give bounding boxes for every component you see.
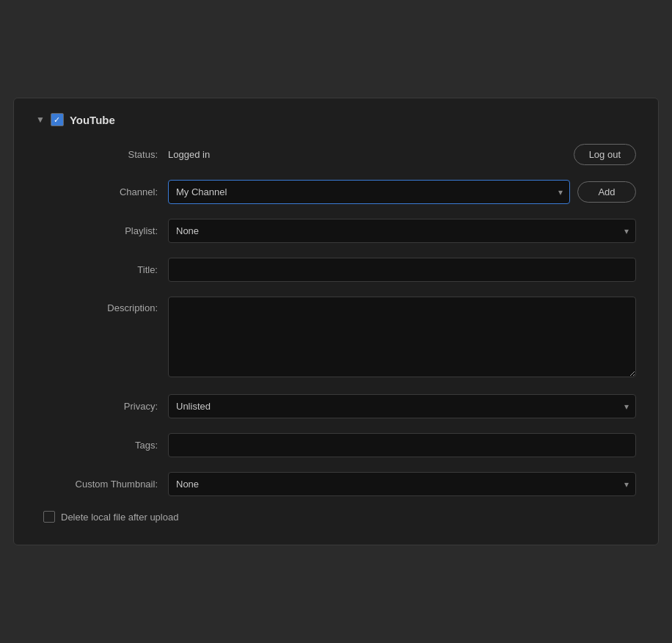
youtube-panel: ▼ ✓ YouTube Status: Logged in Log out Ch… bbox=[13, 98, 659, 545]
status-value-container: Logged in Log out bbox=[168, 144, 636, 165]
privacy-select-wrapper: Public Unlisted Private ▾ bbox=[168, 394, 636, 418]
description-row: Description: bbox=[36, 297, 636, 379]
thumbnail-select[interactable]: None bbox=[168, 472, 636, 496]
tags-control bbox=[168, 433, 636, 457]
channel-select-wrapper: My Channel ▾ bbox=[168, 180, 570, 204]
delete-local-label: Delete local file after upload bbox=[61, 512, 178, 523]
playlist-select-wrapper: None ▾ bbox=[168, 219, 636, 243]
title-input[interactable] bbox=[168, 258, 636, 282]
privacy-row: Privacy: Public Unlisted Private ▾ bbox=[36, 394, 636, 418]
status-row: Status: Logged in Log out bbox=[36, 144, 636, 165]
title-control bbox=[168, 258, 636, 282]
thumbnail-select-wrapper: None ▾ bbox=[168, 472, 636, 496]
title-label: Title: bbox=[36, 264, 168, 275]
channel-label: Channel: bbox=[36, 186, 168, 197]
privacy-label: Privacy: bbox=[36, 401, 168, 412]
description-label: Description: bbox=[36, 297, 168, 313]
thumbnail-label: Custom Thumbnail: bbox=[36, 479, 168, 490]
tags-row: Tags: bbox=[36, 433, 636, 457]
channel-row: Channel: My Channel ▾ Add bbox=[36, 180, 636, 204]
channel-control: My Channel ▾ Add bbox=[168, 180, 636, 204]
privacy-select[interactable]: Public Unlisted Private bbox=[168, 394, 636, 418]
status-value: Logged in bbox=[168, 149, 210, 160]
logout-button[interactable]: Log out bbox=[574, 144, 636, 165]
delete-local-row: Delete local file after upload bbox=[36, 511, 636, 523]
status-label: Status: bbox=[36, 149, 168, 160]
panel-checkbox[interactable]: ✓ bbox=[51, 113, 64, 126]
delete-local-checkbox[interactable] bbox=[43, 511, 55, 523]
playlist-label: Playlist: bbox=[36, 225, 168, 236]
panel-header: ▼ ✓ YouTube bbox=[36, 113, 636, 126]
thumbnail-control: None ▾ bbox=[168, 472, 636, 496]
collapse-arrow-icon[interactable]: ▼ bbox=[36, 115, 45, 125]
title-row: Title: bbox=[36, 258, 636, 282]
tags-input[interactable] bbox=[168, 433, 636, 457]
tags-label: Tags: bbox=[36, 440, 168, 451]
add-channel-button[interactable]: Add bbox=[577, 181, 636, 203]
description-input[interactable] bbox=[168, 297, 636, 377]
playlist-control: None ▾ bbox=[168, 219, 636, 243]
privacy-control: Public Unlisted Private ▾ bbox=[168, 394, 636, 418]
thumbnail-row: Custom Thumbnail: None ▾ bbox=[36, 472, 636, 496]
playlist-row: Playlist: None ▾ bbox=[36, 219, 636, 243]
description-control bbox=[168, 297, 636, 379]
playlist-select[interactable]: None bbox=[168, 219, 636, 243]
panel-title: YouTube bbox=[70, 114, 115, 126]
channel-select[interactable]: My Channel bbox=[168, 180, 570, 204]
